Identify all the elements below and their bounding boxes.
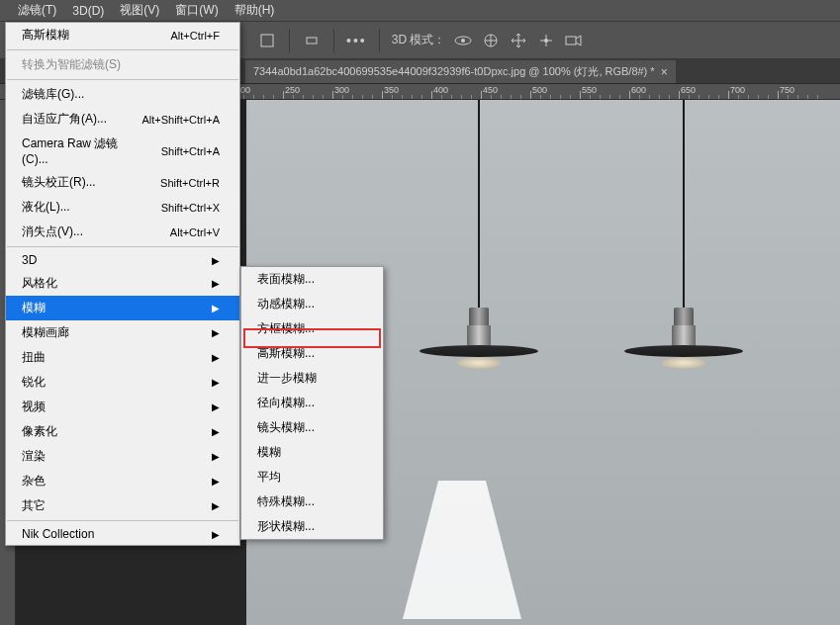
menu-liquify[interactable]: 液化(L)...Shift+Ctrl+X bbox=[6, 195, 239, 220]
blur-submenu: 表面模糊... 动感模糊... 方框模糊... 高斯模糊... 进一步模糊 径向… bbox=[240, 266, 384, 540]
menu-cat-stylize[interactable]: 风格化▶ bbox=[6, 271, 239, 296]
menu-cat-3d[interactable]: 3D▶ bbox=[6, 249, 239, 271]
menu-vanishing-point[interactable]: 消失点(V)...Alt+Ctrl+V bbox=[6, 220, 239, 244]
menu-filter-gallery[interactable]: 滤镜库(G)... bbox=[6, 82, 239, 107]
blur-gaussian[interactable]: 高斯模糊... bbox=[241, 341, 383, 366]
menu-lens-correction[interactable]: 镜头校正(R)...Shift+Ctrl+R bbox=[6, 170, 239, 195]
filter-menu: 高斯模糊Alt+Ctrl+F 转换为智能滤镜(S) 滤镜库(G)... 自适应广… bbox=[5, 22, 240, 546]
tab-close-icon[interactable]: × bbox=[661, 65, 668, 79]
menubar: 滤镜(T) 3D(D) 视图(V) 窗口(W) 帮助(H) bbox=[0, 0, 840, 22]
menu-help[interactable]: 帮助(H) bbox=[227, 0, 283, 22]
menu-camera-raw[interactable]: Camera Raw 滤镜(C)...Shift+Ctrl+A bbox=[6, 132, 239, 170]
svg-point-5 bbox=[544, 39, 548, 43]
menu-cat-other[interactable]: 其它▶ bbox=[6, 493, 239, 518]
menu-convert-smart[interactable]: 转换为智能滤镜(S) bbox=[6, 52, 239, 77]
blur-box[interactable]: 方框模糊... bbox=[241, 316, 383, 341]
menu-cat-blur[interactable]: 模糊▶ bbox=[6, 296, 239, 320]
svg-point-3 bbox=[461, 39, 465, 43]
pan-icon[interactable] bbox=[302, 31, 322, 50]
blur-average[interactable]: 平均 bbox=[241, 465, 383, 490]
menu-adaptive-wide[interactable]: 自适应广角(A)...Alt+Shift+Ctrl+A bbox=[6, 107, 239, 132]
blur-special[interactable]: 特殊模糊... bbox=[241, 490, 383, 514]
blur-lens[interactable]: 镜头模糊... bbox=[241, 415, 383, 440]
menu-view[interactable]: 视图(V) bbox=[112, 0, 167, 22]
light-glow bbox=[403, 481, 521, 619]
blur-motion[interactable]: 动感模糊... bbox=[241, 292, 383, 316]
menu-cat-distort[interactable]: 扭曲▶ bbox=[6, 345, 239, 370]
svg-rect-0 bbox=[261, 35, 273, 46]
blur-shape[interactable]: 形状模糊... bbox=[241, 514, 383, 539]
menu-nik-collection[interactable]: Nik Collection▶ bbox=[6, 523, 239, 545]
roll-3d-icon[interactable] bbox=[481, 31, 501, 50]
more-icon[interactable]: ••• bbox=[346, 33, 367, 48]
menu-window[interactable]: 窗口(W) bbox=[167, 0, 226, 22]
blur-further[interactable]: 进一步模糊 bbox=[241, 366, 383, 391]
menu-cat-pixelate[interactable]: 像素化▶ bbox=[6, 419, 239, 444]
tab-title: 7344a0bd1a62bc400699535e44009f32939f6-t0… bbox=[253, 64, 655, 79]
menu-cat-render[interactable]: 渲染▶ bbox=[6, 444, 239, 469]
blur-radial[interactable]: 径向模糊... bbox=[241, 391, 383, 415]
svg-rect-1 bbox=[307, 38, 317, 44]
orbit-3d-icon[interactable] bbox=[453, 31, 473, 50]
scale-3d-icon[interactable] bbox=[536, 31, 556, 50]
menu-filter[interactable]: 滤镜(T) bbox=[10, 0, 64, 22]
mode-label: 3D 模式： bbox=[392, 32, 446, 48]
move-3d-icon[interactable] bbox=[509, 31, 528, 50]
orbit-icon[interactable] bbox=[257, 31, 277, 50]
svg-rect-6 bbox=[566, 37, 576, 45]
menu-cat-noise[interactable]: 杂色▶ bbox=[6, 469, 239, 493]
camera-3d-icon[interactable] bbox=[564, 31, 584, 50]
blur-blur[interactable]: 模糊 bbox=[241, 440, 383, 465]
menu-3d[interactable]: 3D(D) bbox=[64, 1, 112, 21]
menu-cat-blur-gallery[interactable]: 模糊画廊▶ bbox=[6, 320, 239, 345]
blur-surface[interactable]: 表面模糊... bbox=[241, 267, 383, 292]
menu-cat-sharpen[interactable]: 锐化▶ bbox=[6, 370, 239, 395]
menu-last-filter[interactable]: 高斯模糊Alt+Ctrl+F bbox=[6, 23, 239, 47]
menu-cat-video[interactable]: 视频▶ bbox=[6, 395, 239, 419]
document-tab[interactable]: 7344a0bd1a62bc400699535e44009f32939f6-t0… bbox=[245, 59, 676, 83]
